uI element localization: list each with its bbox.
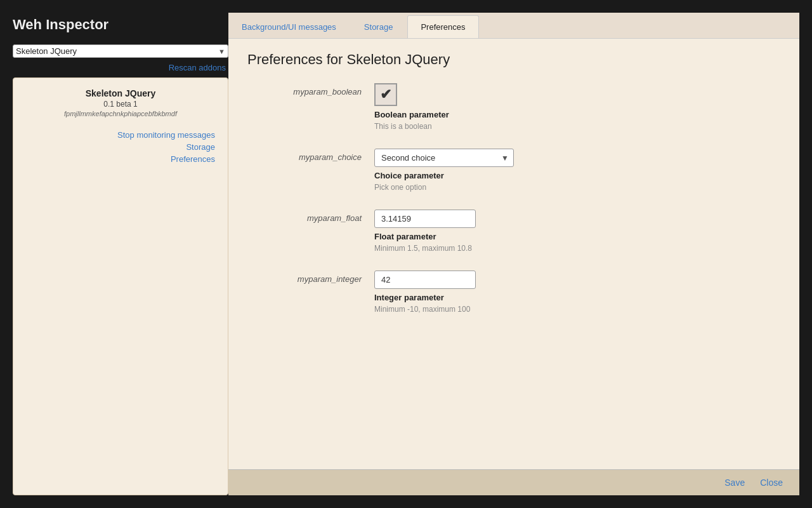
param-label-float: myparam_float [247,210,374,223]
param-row-choice: myparam_choice First choice Second choic… [247,149,780,192]
content-area: Preferences for Skeleton JQuery myparam_… [228,39,799,469]
addon-card: Skeleton JQuery 0.1 beta 1 fpmjllmmkefap… [13,77,228,495]
boolean-checkbox[interactable]: ✔ [374,83,397,106]
param-desc-float: Minimum 1.5, maximum 10.8 [374,244,780,253]
save-button[interactable]: Save [721,476,749,489]
storage-link[interactable]: Storage [23,142,218,152]
rescan-addons-link[interactable]: Rescan addons [13,63,228,72]
select-arrow-icon: ▼ [218,48,225,55]
tabs-bar: Background/UI messages Storage Preferenc… [228,13,799,39]
param-control-float: Float parameter Minimum 1.5, maximum 10.… [374,210,780,253]
param-control-boolean: ✔ Boolean parameter This is a boolean [374,83,780,131]
param-desc-choice: Pick one option [374,183,780,192]
param-row-float: myparam_float Float parameter Minimum 1.… [247,210,780,253]
addon-select-wrapper: Skeleton JQuery ▼ [13,44,228,58]
choice-select[interactable]: First choice Second choice Third choice [374,149,514,167]
param-row-boolean: myparam_boolean ✔ Boolean parameter This… [247,83,780,131]
preferences-link[interactable]: Preferences [23,154,218,164]
param-label-choice: myparam_choice [247,149,374,162]
param-control-integer: Integer parameter Minimum -10, maximum 1… [374,271,780,314]
param-control-choice: First choice Second choice Third choice … [374,149,780,192]
float-input[interactable] [374,210,476,228]
addon-name: Skeleton JQuery [23,88,218,98]
page-title: Preferences for Skeleton JQuery [247,51,780,68]
footer-bar: Save Close [228,469,799,495]
main-content: Background/UI messages Storage Preferenc… [228,13,799,495]
param-title-choice: Choice parameter [374,171,780,180]
param-title-float: Float parameter [374,232,780,241]
choice-select-wrapper: First choice Second choice Third choice … [374,149,514,167]
param-row-integer: myparam_integer Integer parameter Minimu… [247,271,780,314]
addon-version: 0.1 beta 1 [23,100,218,109]
sidebar: Weh Inspector Skeleton JQuery ▼ Rescan a… [13,13,228,495]
param-desc-integer: Minimum -10, maximum 100 [374,305,780,314]
tab-storage[interactable]: Storage [351,15,407,38]
addon-id: fpmjllmmkefapchnkphiapcebfbkbmdf [23,110,218,117]
param-title-boolean: Boolean parameter [374,110,780,119]
checkmark-icon: ✔ [380,88,391,102]
stop-monitoring-link[interactable]: Stop monitoring messages [23,130,218,140]
param-label-integer: myparam_integer [247,271,374,284]
param-desc-boolean: This is a boolean [374,122,780,131]
close-button[interactable]: Close [756,476,787,489]
integer-input[interactable] [374,271,476,289]
param-title-integer: Integer parameter [374,293,780,302]
addon-select[interactable]: Skeleton JQuery [16,46,218,56]
tab-preferences[interactable]: Preferences [407,15,478,38]
app-title: Weh Inspector [13,13,228,39]
tab-background-ui[interactable]: Background/UI messages [228,15,350,38]
param-label-boolean: myparam_boolean [247,83,374,97]
